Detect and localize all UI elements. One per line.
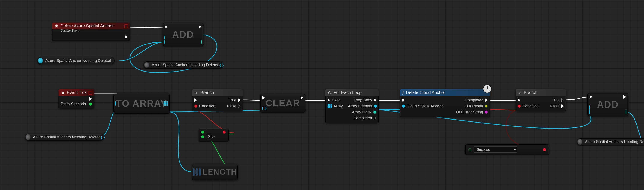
loop-body-pin[interactable]: Loop Body <box>354 98 376 102</box>
event-icon <box>61 91 65 95</box>
output-pin[interactable]: { } <box>101 135 105 139</box>
function-icon: ƒ <box>402 90 404 95</box>
target-array-pin[interactable]: { } <box>262 106 267 110</box>
delta-seconds-pin[interactable]: Delta Seconds <box>61 102 92 106</box>
variable-set-anchors-needing-deleted-2[interactable]: Azure Spatial Anchors Needing Deleted { … <box>577 138 644 145</box>
default-value[interactable]: 0 <box>206 134 212 139</box>
node-enum-equal[interactable]: Success <box>466 144 549 155</box>
item-pin[interactable] <box>589 110 590 114</box>
variable-icon <box>26 134 30 140</box>
output-pin[interactable]: { } <box>220 63 224 67</box>
out-result-pin[interactable]: Out Result <box>465 104 488 108</box>
variable-label: Azure Spatial Anchors Needing Deleted <box>152 63 219 67</box>
out-error-string-pin[interactable]: Out Error String <box>456 110 488 114</box>
latent-icon <box>484 85 491 93</box>
condition-pin[interactable]: Condition <box>194 104 216 108</box>
exec-in-pin[interactable] <box>165 25 168 29</box>
exec-out-pin[interactable] <box>125 35 128 39</box>
node-title: Branch <box>200 90 214 95</box>
exec-in-pin[interactable] <box>518 98 520 102</box>
out-index-pin[interactable] <box>626 110 626 114</box>
node-title: LENGTH <box>203 168 237 177</box>
item-pin[interactable] <box>164 40 165 44</box>
node-branch-1[interactable]: Branch True Condition False <box>192 89 243 111</box>
exec-out-pin[interactable] <box>199 25 201 29</box>
true-pin[interactable]: True <box>229 98 241 102</box>
out-index-pin[interactable] <box>201 40 202 44</box>
node-title: For Each Loop <box>334 90 362 95</box>
output-array-pin[interactable] <box>164 101 168 106</box>
variable-label: Azure Spatial Anchors Needing Deleted <box>33 135 100 139</box>
node-add-1[interactable]: ADD <box>163 23 204 46</box>
variable-label: Azure Spatial Anchors Needing Deleted <box>585 140 644 144</box>
exec-in-pin[interactable] <box>402 98 405 102</box>
false-pin[interactable]: False <box>550 104 564 108</box>
input-array-pin[interactable] <box>194 170 198 174</box>
completed-pin[interactable]: Completed <box>354 116 376 120</box>
variable-icon <box>38 58 43 63</box>
output-pin[interactable] <box>223 131 226 134</box>
node-title: Branch <box>524 90 537 95</box>
node-title: CLEAR <box>266 98 300 108</box>
node-title: Delete Cloud Anchor <box>406 90 445 95</box>
exec-out-pin[interactable] <box>300 96 303 99</box>
variable-icon <box>578 139 582 145</box>
exec-out-pin[interactable] <box>624 95 626 99</box>
array-index-pin[interactable]: Array Index <box>352 110 376 114</box>
variable-get-anchor-needing-deleted[interactable]: Azure Spatial Anchor Needing Deleted <box>37 57 114 64</box>
input-enum-pin[interactable] <box>468 148 472 151</box>
node-to-array[interactable]: TO ARRAY <box>114 94 170 113</box>
completed-pin[interactable]: Completed <box>465 98 488 102</box>
exec-out-pin[interactable] <box>61 97 92 100</box>
node-length[interactable]: LENGTH <box>192 164 238 180</box>
branch-icon <box>518 91 522 95</box>
condition-pin[interactable]: Condition <box>518 104 539 108</box>
input-a-pin[interactable] <box>201 131 204 134</box>
exec-in-pin[interactable] <box>590 95 592 99</box>
branch-icon <box>194 91 199 95</box>
node-clear[interactable]: { } CLEAR <box>260 94 305 112</box>
delegate-pin[interactable] <box>124 24 128 28</box>
exec-in-pin[interactable] <box>194 98 197 102</box>
node-greater-than[interactable]: 0 > <box>199 129 229 141</box>
enum-dropdown[interactable]: Success <box>474 146 517 153</box>
node-title: ADD <box>172 29 194 40</box>
exec-in-pin[interactable] <box>262 96 265 99</box>
node-delete-cloud-anchor[interactable]: ƒ Delete Cloud Anchor Completed Cloud Sp… <box>400 89 490 117</box>
target-array-pin[interactable] <box>164 36 165 40</box>
node-title: Event Tick <box>67 90 86 95</box>
greater-than-icon: > <box>212 133 215 140</box>
node-subtitle: Custom Event <box>52 29 130 34</box>
array-in-pin[interactable]: Array <box>328 104 343 108</box>
node-add-2[interactable]: ADD <box>588 93 628 116</box>
node-branch-2[interactable]: Branch True Condition False <box>516 89 566 111</box>
cloud-spatial-anchor-pin[interactable]: Cloud Spatial Anchor <box>402 104 443 108</box>
exec-in-pin[interactable]: Exec <box>328 98 340 102</box>
array-element-pin[interactable]: Array Element <box>348 104 377 108</box>
node-title: TO ARRAY <box>116 98 167 109</box>
delegate-pin[interactable] <box>89 91 92 95</box>
true-pin[interactable]: True <box>552 98 564 102</box>
node-delete-azure-spatial-anchor[interactable]: Delete Azure Spatial Anchor Custom Event <box>52 23 130 41</box>
variable-icon <box>144 62 149 68</box>
target-array-pin[interactable] <box>589 106 590 110</box>
loop-icon <box>328 91 332 95</box>
event-icon <box>54 24 59 28</box>
variable-get-anchors-needing-deleted-2[interactable]: Azure Spatial Anchors Needing Deleted { … <box>25 134 104 141</box>
input-pin[interactable] <box>115 102 116 105</box>
output-bool-pin[interactable] <box>543 148 546 151</box>
node-title: Delete Azure Spatial Anchor <box>60 23 114 28</box>
node-for-each-loop[interactable]: For Each Loop Exec Loop Body Array Array… <box>326 89 378 123</box>
node-event-tick[interactable]: Event Tick Delta Seconds <box>59 89 94 108</box>
node-title: ADD <box>597 99 618 110</box>
input-b-pin[interactable] <box>201 135 204 138</box>
variable-set-anchors-needing-deleted[interactable]: Azure Spatial Anchors Needing Deleted { … <box>144 62 223 69</box>
variable-label: Azure Spatial Anchor Needing Deleted <box>46 59 111 63</box>
false-pin[interactable]: False <box>227 104 241 108</box>
